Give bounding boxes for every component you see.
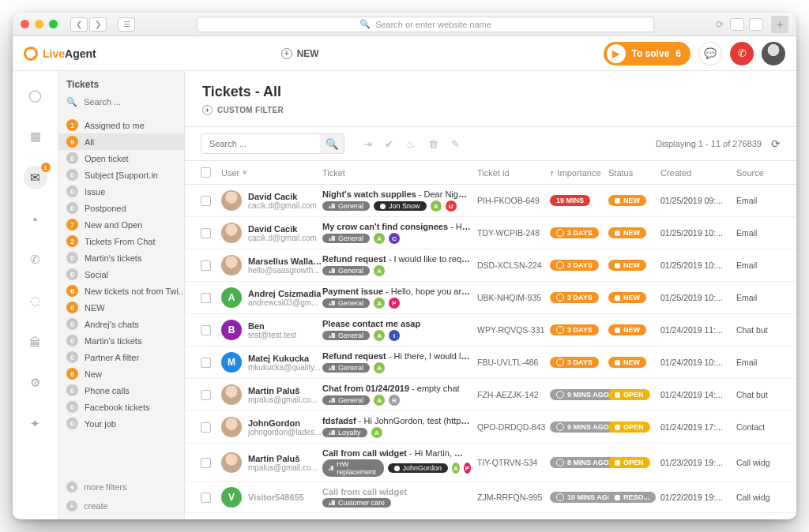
to-solve-button[interactable]: ▶ To solve 6: [604, 42, 690, 66]
filter-item[interactable]: 0Facebook tickets: [58, 399, 184, 415]
filter-item[interactable]: 6New: [58, 365, 184, 382]
brand-logo[interactable]: LiveAgent: [24, 47, 96, 61]
resolve-icon[interactable]: ✔: [385, 138, 393, 150]
select-all-checkbox[interactable]: [201, 167, 211, 178]
tag-mini: A: [374, 395, 385, 406]
rail-settings[interactable]: ⚙: [24, 371, 47, 395]
table-row[interactable]: Martin Paluš mpalus@gmail.co... Call fro…: [185, 444, 796, 482]
user-name: Martin Paluš: [248, 386, 318, 395]
filter-count: 0: [66, 202, 78, 214]
rail-automation[interactable]: ◌: [24, 289, 47, 313]
row-checkbox[interactable]: [201, 293, 211, 303]
filter-item[interactable]: 2Tickets From Chat: [58, 233, 184, 249]
table-row[interactable]: A Andrej Csizmadia andrewcsi03@gm... Pay…: [185, 282, 796, 314]
rail-dashboard[interactable]: ◯: [24, 84, 47, 107]
row-checkbox[interactable]: [201, 358, 211, 368]
filters-create[interactable]: + create: [66, 500, 176, 511]
col-user[interactable]: User▾: [221, 167, 322, 178]
custom-filter-button[interactable]: + CUSTOM FILTER: [185, 105, 796, 126]
new-tab-button[interactable]: +: [771, 16, 788, 33]
filters-more[interactable]: ▾ more filters: [66, 481, 176, 493]
row-checkbox[interactable]: [201, 458, 211, 468]
ticket-subject: Chat from 01/24/2019 - empty chat: [322, 384, 471, 393]
filter-item[interactable]: 6NEW: [58, 299, 184, 316]
table-row[interactable]: Martin Paluš mpalus@gmail.co... Chat fro…: [185, 379, 796, 411]
export-icon[interactable]: ⇥: [363, 138, 372, 150]
filter-item[interactable]: 0Social: [58, 266, 184, 283]
user-name: Andrej Csizmadia: [248, 289, 321, 298]
delete-icon[interactable]: 🗑: [428, 138, 438, 150]
table-row[interactable]: V Visitor548655 Call from call widget Cu…: [185, 482, 796, 513]
ticket-search-input[interactable]: [201, 134, 320, 153]
forward-button[interactable]: ❯: [89, 17, 107, 32]
table-row[interactable]: David Cacik cacik.d@gmail.com My crow ca…: [185, 217, 796, 249]
reload-button[interactable]: ⟳: [771, 137, 781, 150]
ticket-search[interactable]: 🔍: [201, 133, 344, 154]
filters-search-input[interactable]: [82, 96, 176, 107]
col-ticket[interactable]: Ticket: [322, 168, 477, 178]
row-checkbox[interactable]: [201, 493, 211, 503]
col-status[interactable]: Status: [608, 168, 660, 178]
share-icon[interactable]: [730, 18, 744, 31]
rail-tickets[interactable]: ✉ 1: [24, 166, 47, 189]
rail-chat[interactable]: ▪: [24, 207, 47, 230]
filter-item[interactable]: 0Partner A filter: [58, 349, 184, 365]
table-row[interactable]: JohnGordon johngordon@lades... fdsfadsf …: [185, 411, 796, 444]
col-created[interactable]: Created: [660, 168, 736, 178]
col-importance[interactable]: ↑Importance: [550, 168, 608, 178]
row-checkbox[interactable]: [201, 390, 211, 400]
back-button[interactable]: ❮: [70, 17, 88, 32]
tabs-icon[interactable]: [749, 18, 763, 31]
current-user-avatar[interactable]: [762, 42, 785, 66]
quick-chat-button[interactable]: 💬: [698, 42, 722, 66]
status-badge: NEW: [608, 227, 646, 238]
rail-kb[interactable]: 🏛: [24, 330, 47, 354]
ticket-search-button[interactable]: 🔍: [320, 134, 344, 153]
filter-item[interactable]: 0Phone calls: [58, 382, 184, 399]
col-ticket-id[interactable]: Ticket id: [477, 168, 550, 178]
minimize-window-icon[interactable]: [35, 20, 43, 28]
filter-label: Partner A filter: [85, 353, 139, 362]
filter-item[interactable]: 7New and Open: [58, 216, 184, 233]
new-button[interactable]: + NEW: [281, 48, 319, 59]
window-controls[interactable]: [21, 20, 58, 28]
close-window-icon[interactable]: [21, 20, 29, 28]
filters-search[interactable]: 🔍: [58, 93, 184, 115]
url-bar[interactable]: 🔍 Search or enter website name: [197, 17, 654, 32]
wand-icon[interactable]: ✎: [451, 138, 460, 150]
filter-item[interactable]: 0Issue: [58, 183, 184, 200]
filter-item[interactable]: 0Your job: [58, 415, 184, 432]
filter-item[interactable]: 0Andrej's chats: [58, 316, 184, 332]
quick-call-button[interactable]: ✆: [730, 42, 754, 66]
filter-item[interactable]: 6New tickets not from Twi...: [58, 283, 184, 299]
row-checkbox[interactable]: [201, 196, 211, 206]
table-row[interactable]: David Cacik cacik.d@gmail.com Night's wa…: [185, 185, 796, 217]
user-email: hello@saasgrowth...: [248, 266, 322, 275]
avatar: [221, 452, 242, 473]
filter-item[interactable]: 0Open ticket: [58, 150, 184, 167]
fire-icon[interactable]: ♨: [406, 138, 416, 150]
reader-icon[interactable]: ⟳: [716, 19, 724, 30]
maximize-window-icon[interactable]: [49, 20, 58, 28]
row-checkbox[interactable]: [201, 325, 211, 335]
col-source[interactable]: Source: [736, 168, 781, 178]
user-name: David Cacik: [248, 192, 317, 201]
tag-mini: A: [374, 330, 385, 341]
row-checkbox[interactable]: [201, 422, 211, 433]
rail-more[interactable]: ✦: [24, 412, 47, 436]
filter-item[interactable]: 0Martin's tickets: [58, 332, 184, 349]
filter-item[interactable]: 0Postponed: [58, 200, 184, 216]
filter-item[interactable]: 9All: [58, 133, 184, 150]
rail-apps[interactable]: ▦: [24, 125, 47, 148]
row-checkbox[interactable]: [201, 260, 211, 271]
rail-calls[interactable]: ✆: [24, 248, 47, 272]
filter-item[interactable]: 0Martin's tickets: [58, 249, 184, 266]
table-row[interactable]: Marsellus Wallace hello@saasgrowth... Re…: [185, 249, 796, 282]
row-checkbox[interactable]: [201, 228, 211, 238]
filter-item[interactable]: 0Subject [Support.in: [58, 167, 184, 183]
table-row[interactable]: M Matej Kukucka mkukucka@quality... Refu…: [185, 347, 796, 379]
filter-item[interactable]: 1Assigned to me: [58, 117, 184, 133]
table-row[interactable]: B Ben test@test.test Please contact me a…: [185, 314, 796, 347]
sidebar-toggle-icon[interactable]: ☰: [118, 17, 135, 32]
ticket-id: TDY-WCPIB-248: [477, 228, 550, 238]
